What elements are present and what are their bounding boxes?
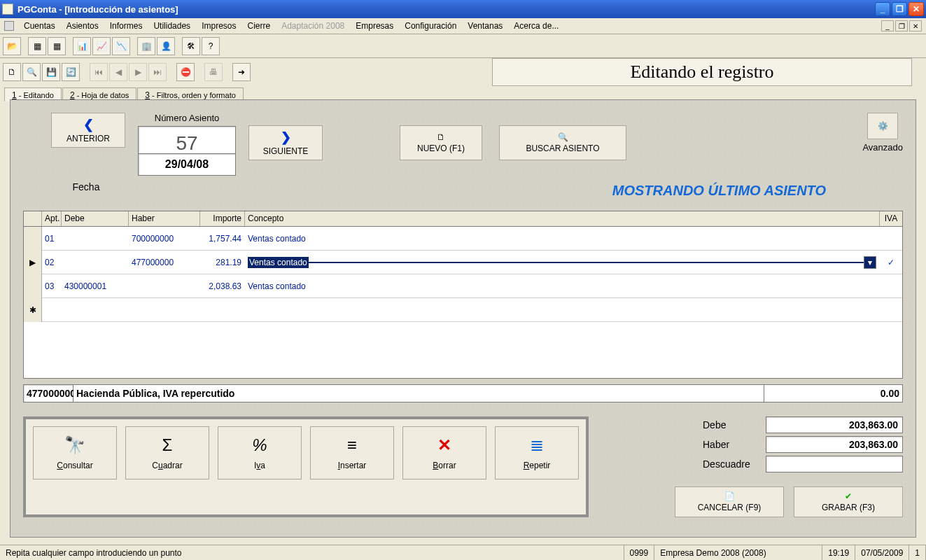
tb-print-icon[interactable]: 🖶 [204,63,223,81]
check-icon: ✔ [845,491,852,501]
repetir-button[interactable]: ≣ Repetir [495,426,579,479]
tb-new-icon[interactable]: 🗋 [3,63,21,81]
cancelar-button[interactable]: 📄 CANCELAR (F9) [675,486,784,517]
menu-acerca[interactable]: Acerca de... [508,19,564,33]
main-panel: ❮ ANTERIOR Número Asiento 57 ❯ SIGUIENTE… [10,99,916,538]
numero-label: Número Asiento [155,113,220,123]
status-code: 0999 [624,545,655,560]
advanced-icon: ⚙️ [867,113,898,139]
descuadre-value [766,456,903,472]
tb-exit-icon[interactable]: ➜ [232,63,251,81]
iva-button[interactable]: % Iva [218,426,302,479]
tb-tools-icon[interactable]: 🛠 [182,37,200,55]
menu-ventanas[interactable]: Ventanas [462,19,508,33]
total-debe-label: Debe [703,419,766,430]
entries-grid: Apt. Debe Haber Importe Concepto IVA 01 … [23,211,903,379]
tb-help-icon[interactable]: ? [202,37,220,55]
mode-banner: Editando el registro [492,58,912,86]
menu-utilidades[interactable]: Utilidades [148,19,196,33]
toolbar-main: 📂 ▦ ▦ 📊 📈 📉 🏢 👤 🛠 ? [0,34,926,58]
mdi-system-icon[interactable] [4,21,14,31]
status-date: 07/05/2009 [855,545,909,560]
tb-next-icon[interactable]: ▶ [129,63,147,81]
menu-adaptacion: Adaptación 2008 [276,19,350,33]
window-title: PGConta - [Introducción de asientos] [17,4,875,15]
col-importe[interactable]: Importe [200,211,245,226]
col-haber[interactable]: Haber [129,211,200,226]
tb-last-icon[interactable]: ⏭ [148,63,167,81]
table-row[interactable]: 03 430000001 2,038.63 Ventas contado [24,274,902,298]
tb-chart3-icon[interactable]: 📉 [112,37,130,55]
col-debe[interactable]: Debe [62,211,129,226]
concepto-cell-selected[interactable]: Ventas contado [248,257,309,268]
tb-building-icon[interactable]: 🏢 [137,37,155,55]
percent-icon: % [252,435,267,455]
account-name: Hacienda Pública, IVA repercutido [73,384,764,402]
table-row[interactable]: 01 700000000 1,757.44 Ventas contado [24,227,902,251]
grabar-button[interactable]: ✔ GRABAR (F3) [794,486,903,517]
col-concepto[interactable]: Concepto [245,211,880,226]
table-row-new[interactable]: ✱ [24,298,902,322]
app-icon [2,4,13,15]
tb-delete-icon[interactable]: ⛔ [176,63,195,81]
minimize-button[interactable]: _ [875,2,890,16]
arrow-left-icon: ❮ [83,117,94,132]
tb-first-icon[interactable]: ⏮ [90,63,108,81]
toolbar-record: 🗋 🔍 💾 🔄 ⏮ ◀ ▶ ⏭ ⛔ 🖶 ➜ [0,60,253,84]
new-doc-icon: 🗋 [437,132,445,142]
maximize-button[interactable]: ❐ [892,2,907,16]
avanzado-button[interactable]: ⚙️ Avanzado [862,113,903,153]
close-button[interactable]: ✕ [909,2,924,16]
siguiente-button[interactable]: ❯ SIGUIENTE [248,125,323,160]
total-debe-value: 203,863.00 [766,416,903,433]
anterior-button[interactable]: ❮ ANTERIOR [51,113,125,148]
cancel-doc-icon: 📄 [724,491,735,501]
tb-prev-icon[interactable]: ◀ [109,63,127,81]
menu-informes[interactable]: Informes [104,19,148,33]
tb-open-icon[interactable]: 📂 [3,37,21,55]
table-row[interactable]: ▶ 02 477000000 281.19 Ventas contado ▾ ✓ [24,251,902,274]
status-hint: Repita cualquier campo introduciendo un … [0,545,624,560]
tb-preview-icon[interactable]: 🔍 [22,63,41,81]
account-code: 477000000 [23,384,73,402]
statusbar: Repita cualquier campo introduciendo un … [0,545,926,560]
fecha-value[interactable]: 29/04/08 [138,153,236,176]
status-page: 1 [909,545,926,560]
borrar-button[interactable]: ✕ Borrar [402,426,486,479]
dropdown-icon[interactable]: ▾ [864,256,876,269]
fecha-label: Fecha [51,181,121,192]
repeat-icon: ≣ [530,435,544,455]
mdi-minimize[interactable]: _ [881,20,894,31]
menu-empresas[interactable]: Empresas [350,19,399,33]
status-time: 19:19 [822,545,855,560]
menu-configuracion[interactable]: Configuración [399,19,462,33]
tb-user-icon[interactable]: 👤 [157,37,175,55]
menu-asientos[interactable]: Asientos [61,19,104,33]
tb-chart1-icon[interactable]: 📊 [73,37,91,55]
mdi-restore[interactable]: ❐ [895,20,908,31]
col-iva[interactable]: IVA [880,211,902,226]
delete-x-icon: ✕ [437,435,451,455]
insertar-button[interactable]: ≡ Insertar [310,426,394,479]
sigma-icon: Σ [162,435,173,455]
tb-chart2-icon[interactable]: 📈 [92,37,111,55]
show-last-label: MOSTRANDO ÚLTIMO ASIENTO [612,183,826,199]
cuadrar-button[interactable]: Σ Cuadrar [125,426,209,479]
titlebar: PGConta - [Introducción de asientos] _ ❐… [0,0,926,18]
mdi-close[interactable]: ✕ [909,20,922,31]
nuevo-button[interactable]: 🗋 NUEVO (F1) [400,125,482,160]
menu-impresos[interactable]: Impresos [196,19,241,33]
col-apt[interactable]: Apt. [42,211,62,226]
tb-grid1-icon[interactable]: ▦ [28,37,46,55]
account-info-bar: 477000000 Hacienda Pública, IVA repercut… [23,384,903,402]
iva-check-icon[interactable]: ✓ [880,256,902,269]
row-indicator-icon: ▶ [24,251,42,274]
tb-refresh-icon[interactable]: 🔄 [62,63,80,81]
buscar-button[interactable]: 🔍 BUSCAR ASIENTO [499,125,626,160]
menu-cuentas[interactable]: Cuentas [18,19,61,33]
menu-cierre[interactable]: Cierre [241,19,276,33]
totals-panel: Debe 203,863.00 Haber 203,863.00 Descuad… [631,416,903,517]
tb-grid2-icon[interactable]: ▦ [48,37,66,55]
consultar-button[interactable]: 🔭 Consultar [33,426,117,479]
tb-save-icon[interactable]: 💾 [42,63,60,81]
